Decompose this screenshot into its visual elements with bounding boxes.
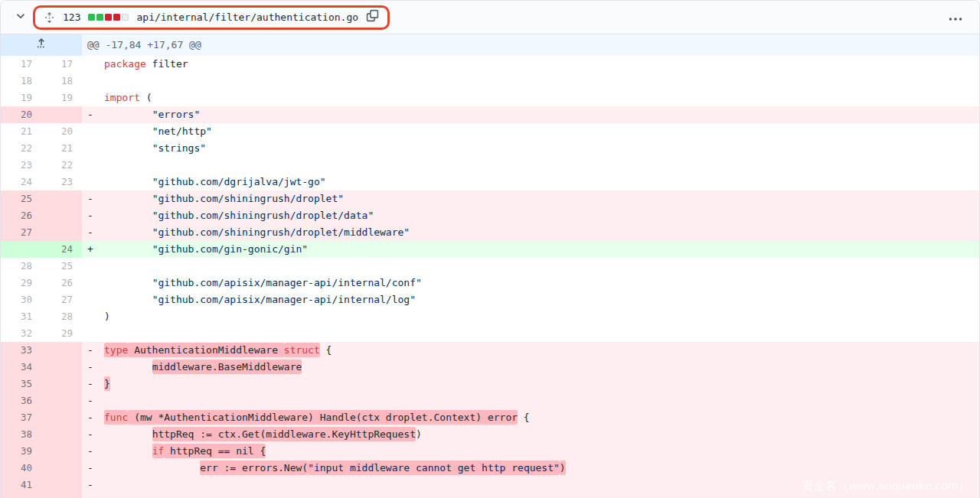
line-content: - middleware.BaseMiddleware: [82, 359, 979, 376]
diff-row: 2120 "net/http": [1, 123, 979, 140]
new-line-number[interactable]: 22: [41, 157, 82, 174]
code-token: type: [104, 343, 128, 357]
diff-row: 3229: [1, 325, 979, 342]
collapse-file-button[interactable]: [15, 10, 27, 25]
new-line-number[interactable]: [41, 460, 82, 477]
old-line-number[interactable]: 41: [1, 477, 41, 493]
file-menu-button[interactable]: [947, 8, 964, 28]
diff-sign: -: [87, 342, 104, 359]
code-token: filter: [146, 58, 188, 70]
code-token: [104, 193, 152, 204]
diff-row: 36-: [1, 392, 979, 409]
diff-row: 1919import (: [1, 90, 979, 106]
diff-sign: -: [87, 477, 104, 493]
new-line-number[interactable]: [41, 477, 82, 493]
code-token: "errors": [152, 109, 201, 120]
new-line-number[interactable]: [41, 207, 82, 224]
diffstat-square-del: [113, 14, 120, 21]
new-line-number[interactable]: [41, 426, 82, 443]
old-line-number[interactable]: 22: [1, 140, 41, 157]
old-line-number[interactable]: 38: [1, 426, 41, 443]
new-line-number[interactable]: [41, 376, 82, 392]
new-line-number[interactable]: 18: [41, 73, 82, 90]
new-line-number[interactable]: [41, 359, 82, 376]
old-line-number[interactable]: 29: [1, 275, 41, 291]
old-line-number[interactable]: 37: [1, 409, 41, 426]
diff-row: 20- "errors": [1, 106, 979, 123]
new-line-number[interactable]: [41, 342, 82, 359]
new-line-number[interactable]: 21: [41, 140, 82, 157]
code-token: "github.com/shiningrush/droplet/middlewa…: [152, 226, 410, 238]
new-line-number[interactable]: 27: [41, 291, 82, 308]
old-line-number[interactable]: 40: [1, 460, 41, 477]
code-token: (: [140, 92, 152, 103]
diff-row: 2221 "strings": [1, 140, 979, 157]
new-line-number[interactable]: 28: [41, 308, 82, 325]
old-line-number[interactable]: 25: [1, 190, 41, 207]
old-line-number[interactable]: 23: [1, 157, 41, 174]
old-line-number[interactable]: 33: [1, 342, 41, 359]
new-line-number[interactable]: 26: [41, 275, 82, 291]
diff-row: 39- if httpReq == nil {: [1, 443, 979, 460]
line-content: import (: [82, 90, 979, 106]
new-line-number[interactable]: [41, 443, 82, 460]
copy-path-button[interactable]: [366, 9, 379, 25]
old-line-number[interactable]: 19: [1, 90, 41, 106]
old-line-number[interactable]: 36: [1, 392, 41, 409]
diff-sign: -: [87, 207, 104, 224]
diff-sign: +: [87, 241, 104, 258]
diff-row: 2322: [1, 157, 979, 174]
old-line-number[interactable]: 27: [1, 224, 41, 241]
new-line-number[interactable]: 19: [41, 90, 82, 106]
line-content: "github.com/apisix/manager-api/internal/…: [82, 275, 979, 291]
old-line-number[interactable]: 39: [1, 443, 41, 460]
diff-row: 1717package filter: [1, 56, 979, 73]
expand-up-icon: [35, 34, 47, 56]
diffstat[interactable]: [88, 14, 129, 21]
new-line-number[interactable]: [41, 493, 82, 498]
line-content: [82, 493, 979, 498]
new-line-number[interactable]: 17: [41, 56, 82, 73]
line-content: + "github.com/gin-gonic/gin": [82, 241, 979, 258]
old-line-number[interactable]: 24: [1, 174, 41, 190]
old-line-number[interactable]: [1, 241, 41, 258]
old-line-number[interactable]: 34: [1, 359, 41, 376]
old-line-number[interactable]: 20: [1, 106, 41, 123]
old-line-number[interactable]: 21: [1, 123, 41, 140]
old-line-number[interactable]: 28: [1, 258, 41, 275]
old-line-number[interactable]: [1, 493, 41, 498]
old-line-number[interactable]: 30: [1, 291, 41, 308]
hunk-row: @@ -17,84 +17,67 @@: [1, 34, 979, 56]
old-line-number[interactable]: 26: [1, 207, 41, 224]
old-line-number[interactable]: 17: [1, 56, 41, 73]
code-token: [104, 142, 152, 154]
old-line-number[interactable]: 18: [1, 73, 41, 90]
new-line-number[interactable]: [41, 224, 82, 241]
code-token: "input middleware cannot get http reques…: [308, 461, 560, 475]
line-content: - "github.com/shiningrush/droplet": [82, 190, 979, 207]
expand-hunk-button[interactable]: [1, 34, 82, 56]
new-line-number[interactable]: [41, 392, 82, 409]
code-token: ): [104, 311, 110, 322]
line-content: [82, 73, 979, 90]
new-line-number[interactable]: 23: [41, 174, 82, 190]
new-line-number[interactable]: [41, 190, 82, 207]
diff-row: 2825: [1, 258, 979, 275]
drag-handle-icon[interactable]: [44, 11, 55, 24]
code-token: [104, 462, 200, 474]
new-line-number[interactable]: [41, 106, 82, 123]
code-token: "strings": [152, 142, 206, 154]
code-token: [104, 445, 152, 457]
file-path-link[interactable]: api/internal/filter/authentication.go: [136, 11, 358, 23]
line-content: [82, 157, 979, 174]
old-line-number[interactable]: 32: [1, 325, 41, 342]
diff-row: 26- "github.com/shiningrush/droplet/data…: [1, 207, 979, 224]
new-line-number[interactable]: 20: [41, 123, 82, 140]
new-line-number[interactable]: 29: [41, 325, 82, 342]
new-line-number[interactable]: 25: [41, 258, 82, 275]
new-line-number[interactable]: 24: [41, 241, 82, 258]
diff-sign: -: [87, 426, 104, 443]
old-line-number[interactable]: 35: [1, 376, 41, 392]
old-line-number[interactable]: 31: [1, 308, 41, 325]
new-line-number[interactable]: [41, 409, 82, 426]
